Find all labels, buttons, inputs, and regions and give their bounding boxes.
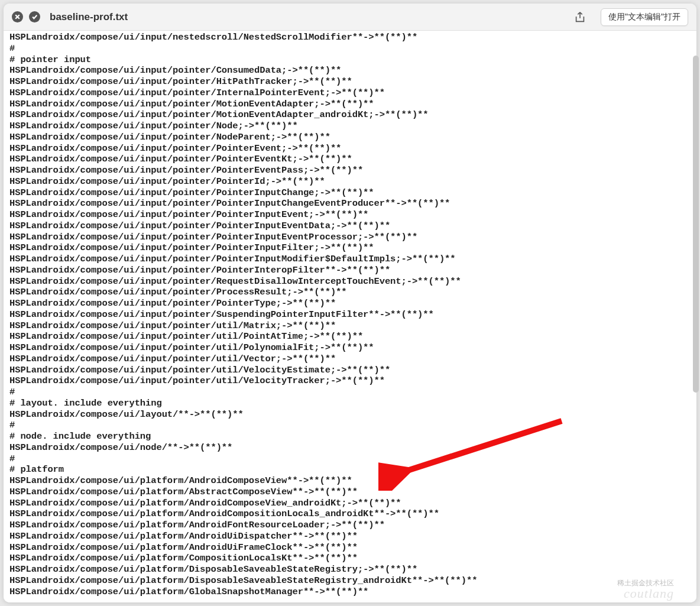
share-icon[interactable] [573,11,586,24]
check-icon[interactable] [29,11,40,22]
scrollbar-thumb[interactable] [693,56,699,393]
open-with-button[interactable]: 使用"文本编辑"打开 [601,8,688,26]
file-text[interactable]: HSPLandroidx/compose/ui/input/nestedscro… [4,31,696,602]
titlebar: baseline-prof.txt 使用"文本编辑"打开 [4,4,696,31]
content-area: HSPLandroidx/compose/ui/input/nestedscro… [4,31,696,602]
preview-window: baseline-prof.txt 使用"文本编辑"打开 HSPLandroid… [4,4,696,602]
file-title: baseline-prof.txt [50,11,128,23]
close-icon[interactable] [12,11,23,22]
scrollbar-track[interactable] [692,28,700,601]
